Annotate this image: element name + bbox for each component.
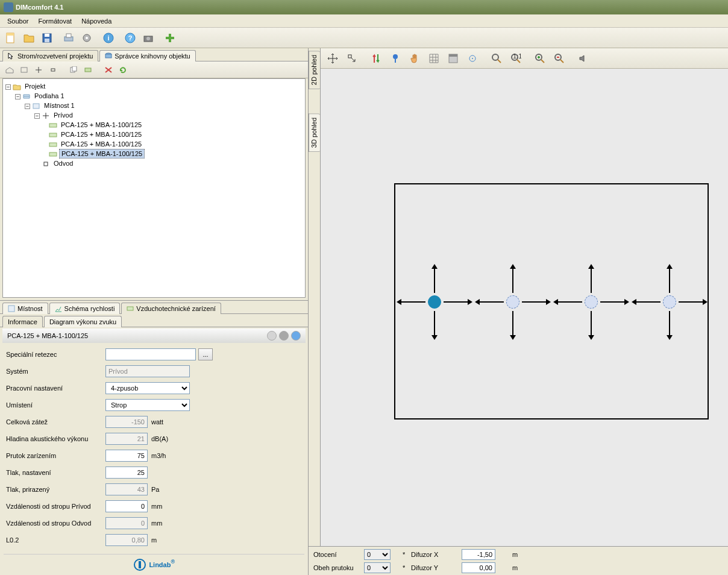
tree-item-0[interactable]: PCA-125 + MBA-1-100/125 (59, 121, 143, 129)
svg-rect-23 (85, 68, 91, 72)
refresh-icon[interactable] (117, 64, 129, 76)
tree-toggle[interactable]: − (34, 113, 40, 119)
print-icon[interactable] (60, 30, 77, 46)
folder-icon (13, 83, 21, 90)
svg-rect-25 (33, 104, 39, 108)
tree-item-3[interactable]: PCA-125 + MBA-1-100/125 (59, 149, 145, 159)
status-dot-grey[interactable] (267, 331, 277, 341)
tab-velocity[interactable]: Schéma rychlosti (49, 303, 121, 314)
new-file-icon[interactable] (2, 30, 19, 46)
project-tree[interactable]: −Projekt −Podlaha 1 −Místnost 1 −Prívod … (2, 78, 306, 298)
tab-info[interactable]: Informace (2, 316, 43, 327)
add-icon[interactable] (162, 30, 178, 46)
diffuser-2[interactable] (506, 295, 519, 309)
tree-floor[interactable]: Podlaha 1 (33, 92, 66, 100)
menu-help[interactable]: Nápoveda (77, 16, 116, 26)
tab-hvac[interactable]: Vzduchotechnické zarízení (121, 303, 221, 314)
svg-rect-28 (49, 143, 57, 146)
diffuser-4[interactable] (663, 295, 676, 309)
diffx-unit: m (512, 551, 524, 558)
device-small-icon[interactable] (82, 64, 94, 76)
dist-exhaust-label: Vzdálenosti od stropu Odvod (6, 520, 105, 527)
single-arrow-icon[interactable] (344, 50, 360, 67)
open-folder-icon[interactable] (20, 30, 37, 46)
pressure-set-input[interactable] (105, 467, 148, 479)
diffy-unit: m (512, 564, 524, 571)
app-icon (4, 2, 13, 12)
rotation-label: Otocení (313, 551, 362, 558)
svg-rect-29 (49, 152, 57, 156)
info-icon[interactable]: i (100, 30, 117, 46)
help-icon[interactable]: ? (122, 30, 139, 46)
canvas-2d[interactable]: [189,319,449,579] (321, 69, 728, 546)
camera-icon[interactable] (140, 30, 157, 46)
flowdir-label: Obeh prutoku (313, 564, 362, 571)
speaker-icon[interactable] (575, 50, 592, 67)
tab-3d[interactable]: 3D pohled (309, 113, 320, 152)
tree-item-2[interactable]: PCA-125 + MBA-1-100/125 (59, 140, 143, 148)
room-icon[interactable] (18, 64, 30, 76)
grid-icon[interactable] (425, 50, 442, 67)
diffy-label: Difuzor Y (411, 564, 459, 571)
tab-project-tree[interactable]: Strom/rozvetvení projektu (2, 50, 98, 61)
work-select[interactable]: 4-zpusob (105, 382, 190, 394)
room-node-icon (32, 102, 40, 110)
svg-text:?: ? (128, 34, 133, 42)
device-node-icon (49, 141, 57, 148)
svg-point-14 (146, 37, 150, 40)
save-icon[interactable] (39, 30, 55, 46)
exhaust-icon[interactable] (47, 64, 59, 76)
tree-toggle[interactable]: − (15, 94, 20, 99)
menu-format[interactable]: Formátovat (33, 16, 77, 26)
diffuser-selected[interactable] (428, 295, 441, 309)
diffy-input[interactable] (462, 562, 495, 573)
floor-node-icon (22, 93, 31, 100)
tab-room[interactable]: Místnost (2, 303, 48, 314)
floor-icon[interactable] (4, 64, 16, 76)
menu-file[interactable]: Soubor (2, 16, 33, 26)
tab-sound[interactable]: Diagram výkonu zvuku (44, 316, 122, 327)
place-select[interactable]: Strop (105, 399, 190, 411)
zoom-in-icon[interactable] (532, 50, 548, 67)
tree-item-1[interactable]: PCA-125 + MBA-1-100/125 (59, 130, 143, 139)
pressure-unit: Pa (151, 486, 159, 493)
tree-project[interactable]: Projekt (23, 82, 47, 90)
red-green-arrows-icon[interactable] (368, 50, 384, 67)
panel-icon[interactable] (445, 50, 462, 67)
supply-icon[interactable] (33, 64, 45, 76)
tab-hvac-label: Vzduchotechnické zarízení (136, 305, 215, 312)
flow-input[interactable] (105, 450, 148, 462)
rotation-unit: * (403, 551, 409, 558)
zoom-fit-icon[interactable] (488, 50, 505, 67)
move-icon[interactable] (324, 50, 341, 67)
pin-icon[interactable] (387, 50, 404, 67)
dist-supply-input[interactable] (105, 500, 148, 512)
tab-library-label: Správce knihovny objektu (115, 52, 190, 60)
rotation-select[interactable]: 0 (364, 549, 391, 560)
tree-room[interactable]: Místnost 1 (42, 101, 77, 110)
gear-icon[interactable] (78, 30, 95, 46)
tree-toggle[interactable]: − (25, 104, 30, 109)
svg-point-36 (393, 54, 398, 59)
zoom-11-icon[interactable]: 1:1 (507, 50, 524, 67)
tree-supply[interactable]: Prívod (52, 111, 75, 119)
diffuser-3[interactable] (585, 295, 598, 309)
hand-icon[interactable] (406, 50, 423, 67)
tree-toggle[interactable]: − (5, 84, 11, 90)
zoom-out-icon[interactable] (551, 50, 568, 67)
tree-exhaust[interactable]: Odvod (52, 159, 75, 168)
tab-library[interactable]: Správce knihovny objektu (99, 50, 195, 61)
browse-button[interactable]: ... (198, 348, 213, 360)
flowdir-select[interactable]: 0 (364, 562, 391, 573)
status-dot-blue[interactable] (291, 331, 301, 341)
diffx-input[interactable] (462, 549, 495, 560)
dist-supply-unit: mm (151, 503, 162, 510)
room-tab-icon (8, 305, 15, 312)
copy-icon[interactable] (67, 64, 80, 76)
tab-2d[interactable]: 2D pohled (309, 51, 320, 89)
exhaust-node-icon (42, 160, 50, 168)
target-icon[interactable] (464, 50, 481, 67)
special-input[interactable] (105, 348, 196, 360)
delete-icon[interactable] (102, 64, 115, 76)
status-dot-dark[interactable] (279, 331, 289, 341)
